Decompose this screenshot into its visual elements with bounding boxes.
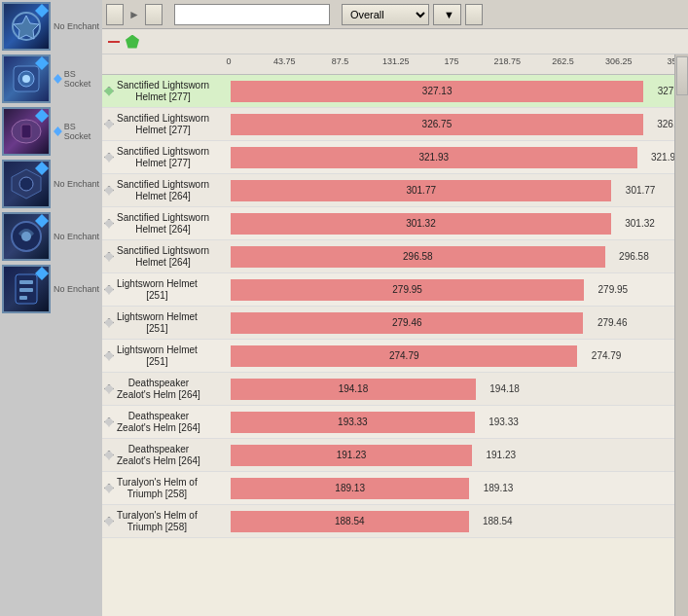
- bar-area: 189.13189.13: [229, 474, 674, 503]
- row-label-area: Deathspeaker Zealot's Helm [264]: [102, 409, 229, 436]
- chart-row[interactable]: Sanctified Lightsworn Helmet [264]301.77…: [102, 174, 674, 207]
- item-slot-1[interactable]: BS Socket: [0, 53, 102, 105]
- bar-center-value: 301.32: [406, 218, 436, 229]
- item-slot-3[interactable]: No Enchant: [0, 158, 102, 210]
- svg-rect-12: [19, 280, 33, 284]
- diamond-icon: [104, 318, 114, 328]
- chart-row[interactable]: Lightsworn Helmet [251]274.79274.79: [102, 340, 674, 373]
- bar-area: 296.58296.58: [229, 242, 674, 272]
- chart-row[interactable]: Sanctified Lightsworn Helmet [277]326.75…: [102, 108, 674, 141]
- bar-area: 188.54188.54: [229, 507, 674, 536]
- item-name: Sanctified Lightsworn Helmet [277]: [117, 146, 209, 169]
- bar-right-value: 193.33: [489, 417, 519, 427]
- row-label-area: Deathspeaker Zealot's Helm [264]: [102, 376, 229, 403]
- item-slot-4[interactable]: No Enchant: [0, 210, 102, 263]
- diamond-icon: [104, 351, 114, 361]
- bar-center-value: 194.18: [339, 383, 369, 394]
- chart-row[interactable]: Sanctified Lightsworn Helmet [277]321.93…: [102, 141, 674, 174]
- bar-area: 326.75326.75: [229, 110, 674, 139]
- bar-center-value: 193.33: [338, 417, 368, 427]
- row-label-area: Sanctified Lightsworn Helmet [264]: [102, 210, 229, 237]
- scale-mark: 262.5: [552, 56, 574, 66]
- slot-info-3: No Enchant: [54, 179, 99, 189]
- bar-center-value: 279.46: [392, 317, 422, 328]
- enchant-label-3: No Enchant: [54, 179, 99, 189]
- dps-badge: [108, 41, 120, 43]
- chart-scroll-area[interactable]: 043.7587.5131.25175218.75262.5306.25350 …: [102, 54, 674, 616]
- bar-right-value: 296.58: [619, 251, 649, 262]
- scrollbar[interactable]: [674, 54, 688, 616]
- filters-button[interactable]: [465, 4, 483, 25]
- chart-row[interactable]: Lightsworn Helmet [251]279.95279.95: [102, 273, 674, 307]
- svg-rect-6: [21, 125, 31, 138]
- value-bar: 296.58296.58: [231, 246, 605, 268]
- diamond-icon: [104, 285, 114, 295]
- item-slot-0[interactable]: No Enchant: [0, 0, 102, 53]
- bar-center-value: 188.54: [335, 516, 365, 526]
- chart-row[interactable]: Lightsworn Helmet [251]279.46279.46: [102, 307, 674, 340]
- find-input[interactable]: [174, 4, 330, 25]
- row-label-area: Lightsworn Helmet [251]: [102, 309, 229, 337]
- row-label-area: Sanctified Lightsworn Helmet [277]: [102, 111, 229, 138]
- diamond-icon: [104, 451, 114, 460]
- row-label-area: Sanctified Lightsworn Helmet [264]: [102, 177, 229, 204]
- item-name: Lightsworn Helmet [251]: [117, 278, 198, 302]
- chart-row[interactable]: Deathspeaker Zealot's Helm [264]194.1819…: [102, 373, 674, 406]
- item-name: Deathspeaker Zealot's Helm [264]: [117, 444, 200, 467]
- diamond-icon: [104, 219, 114, 229]
- bar-center-value: 191.23: [337, 450, 367, 460]
- item-name: Turalyon's Helm of Triumph [258]: [117, 510, 198, 533]
- bar-center-value: 296.58: [403, 251, 433, 262]
- bar-center-value: 274.79: [389, 350, 419, 361]
- item-name: Lightsworn Helmet [251]: [117, 344, 198, 368]
- bar-center-value: 327.13: [422, 86, 453, 96]
- value-bar: 189.13189.13: [231, 478, 469, 499]
- item-name: Sanctified Lightsworn Helmet [277]: [117, 113, 209, 136]
- bar-area: 274.79274.79: [229, 342, 674, 371]
- slot-info-0: No Enchant: [54, 21, 99, 31]
- bar-right-value: 327.13: [658, 86, 674, 96]
- item-icon-0: [2, 2, 51, 51]
- value-bar: 274.79274.79: [231, 345, 577, 367]
- item-icon-4: [2, 212, 51, 261]
- item-name: Turalyon's Helm of Triumph [258]: [117, 477, 198, 500]
- item-slot-5[interactable]: No Enchant: [0, 263, 102, 315]
- enchant-label-0: No Enchant: [54, 21, 99, 31]
- bar-right-value: 279.46: [597, 317, 628, 328]
- bar-area: 301.77301.77: [229, 176, 674, 205]
- toolbar: ► Overall DPS Name ▼: [102, 0, 688, 29]
- chart-row[interactable]: Sanctified Lightsworn Helmet [277]327.13…: [102, 75, 674, 108]
- chart-row[interactable]: Turalyon's Helm of Triumph [258]189.1318…: [102, 472, 674, 505]
- svg-rect-13: [19, 288, 33, 292]
- chart-row[interactable]: Sanctified Lightsworn Helmet [264]296.58…: [102, 240, 674, 273]
- diamond-icon: [104, 153, 114, 163]
- chart-row[interactable]: Turalyon's Helm of Triumph [258]188.5418…: [102, 505, 674, 538]
- value-bar: 301.32301.32: [231, 213, 611, 235]
- scale-mark: 43.75: [273, 56, 296, 66]
- head-button[interactable]: [145, 4, 163, 25]
- scale-mark: 218.75: [493, 56, 521, 66]
- bar-center-value: 279.95: [392, 284, 422, 295]
- scrollbar-thumb[interactable]: [676, 56, 688, 95]
- chart-row[interactable]: Deathspeaker Zealot's Helm [264]193.3319…: [102, 406, 674, 439]
- value-bar: 194.18194.18: [231, 379, 476, 400]
- chart-row[interactable]: Sanctified Lightsworn Helmet [264]301.32…: [102, 207, 674, 240]
- row-label-area: Sanctified Lightsworn Helmet [264]: [102, 243, 229, 271]
- item-icon-3: [2, 160, 51, 208]
- bar-right-value: 326.75: [657, 119, 674, 129]
- enchant-label-5: No Enchant: [54, 284, 99, 294]
- gear-button[interactable]: [106, 4, 124, 25]
- chart-row[interactable]: Deathspeaker Zealot's Helm [264]191.2319…: [102, 439, 674, 472]
- slot-info-4: No Enchant: [54, 232, 99, 241]
- bar-right-value: 189.13: [484, 483, 514, 493]
- chart-rows: Sanctified Lightsworn Helmet [277]327.13…: [102, 75, 674, 538]
- bar-right-value: 301.77: [626, 185, 656, 196]
- item-slot-2[interactable]: BS Socket: [0, 105, 102, 158]
- bar-right-value: 279.95: [598, 284, 629, 295]
- value-bar: 188.54188.54: [231, 511, 469, 532]
- item-icon-2: [2, 107, 51, 156]
- export-button[interactable]: ▼: [433, 4, 461, 25]
- bar-area: 191.23191.23: [229, 441, 674, 470]
- bar-center-value: 326.75: [422, 119, 453, 129]
- sort-select[interactable]: Overall DPS Name: [342, 4, 429, 25]
